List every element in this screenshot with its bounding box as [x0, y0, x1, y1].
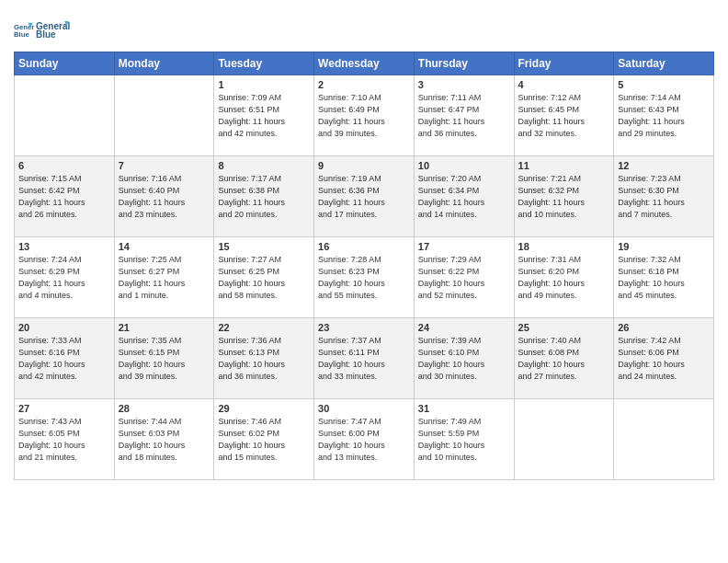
calendar-cell: 21Sunrise: 7:35 AM Sunset: 6:15 PM Dayli… — [114, 318, 214, 399]
day-info: Sunrise: 7:25 AM Sunset: 6:27 PM Dayligh… — [119, 254, 210, 302]
calendar-cell: 30Sunrise: 7:47 AM Sunset: 6:00 PM Dayli… — [314, 399, 415, 480]
header: General Blue General Blue — [14, 9, 714, 48]
calendar-cell: 23Sunrise: 7:37 AM Sunset: 6:11 PM Dayli… — [314, 318, 415, 399]
day-info: Sunrise: 7:17 AM Sunset: 6:38 PM Dayligh… — [218, 173, 310, 221]
day-info: Sunrise: 7:36 AM Sunset: 6:13 PM Dayligh… — [218, 335, 310, 383]
weekday-header-sunday: Sunday — [15, 52, 115, 75]
calendar-cell: 12Sunrise: 7:23 AM Sunset: 6:30 PM Dayli… — [614, 156, 714, 237]
day-info: Sunrise: 7:39 AM Sunset: 6:10 PM Dayligh… — [418, 335, 510, 383]
calendar-cell: 22Sunrise: 7:36 AM Sunset: 6:13 PM Dayli… — [214, 318, 314, 399]
calendar-cell: 6Sunrise: 7:15 AM Sunset: 6:42 PM Daylig… — [15, 156, 115, 237]
day-number: 14 — [119, 241, 210, 252]
day-number: 23 — [318, 322, 410, 333]
day-info: Sunrise: 7:43 AM Sunset: 6:05 PM Dayligh… — [18, 416, 110, 464]
day-number: 28 — [119, 403, 210, 414]
day-info: Sunrise: 7:37 AM Sunset: 6:11 PM Dayligh… — [318, 335, 410, 383]
calendar-cell — [514, 399, 614, 480]
day-number: 7 — [119, 160, 210, 171]
day-info: Sunrise: 7:15 AM Sunset: 6:42 PM Dayligh… — [18, 173, 110, 221]
day-number: 1 — [218, 79, 310, 90]
day-info: Sunrise: 7:32 AM Sunset: 6:18 PM Dayligh… — [618, 254, 710, 302]
day-number: 4 — [518, 79, 610, 90]
week-row-5: 27Sunrise: 7:43 AM Sunset: 6:05 PM Dayli… — [15, 399, 714, 480]
calendar-cell — [114, 75, 214, 156]
weekday-header-friday: Friday — [514, 52, 614, 75]
day-number: 12 — [618, 160, 710, 171]
day-info: Sunrise: 7:35 AM Sunset: 6:15 PM Dayligh… — [119, 335, 210, 383]
page-container: General Blue General Blue Sunda — [0, 0, 728, 488]
day-number: 10 — [418, 160, 510, 171]
day-info: Sunrise: 7:23 AM Sunset: 6:30 PM Dayligh… — [618, 173, 710, 221]
calendar-cell: 8Sunrise: 7:17 AM Sunset: 6:38 PM Daylig… — [214, 156, 314, 237]
day-info: Sunrise: 7:46 AM Sunset: 6:02 PM Dayligh… — [218, 416, 310, 464]
day-info: Sunrise: 7:49 AM Sunset: 5:59 PM Dayligh… — [418, 416, 510, 464]
calendar-cell: 7Sunrise: 7:16 AM Sunset: 6:40 PM Daylig… — [114, 156, 214, 237]
day-info: Sunrise: 7:33 AM Sunset: 6:16 PM Dayligh… — [18, 335, 110, 383]
calendar-cell: 26Sunrise: 7:42 AM Sunset: 6:06 PM Dayli… — [614, 318, 714, 399]
day-info: Sunrise: 7:27 AM Sunset: 6:25 PM Dayligh… — [218, 254, 310, 302]
day-number: 15 — [218, 241, 310, 252]
day-info: Sunrise: 7:16 AM Sunset: 6:40 PM Dayligh… — [119, 173, 210, 221]
day-info: Sunrise: 7:09 AM Sunset: 6:51 PM Dayligh… — [218, 92, 310, 140]
day-number: 29 — [218, 403, 310, 414]
day-number: 9 — [318, 160, 410, 171]
calendar-cell: 24Sunrise: 7:39 AM Sunset: 6:10 PM Dayli… — [414, 318, 514, 399]
calendar-cell: 11Sunrise: 7:21 AM Sunset: 6:32 PM Dayli… — [514, 156, 614, 237]
day-number: 6 — [18, 160, 110, 171]
weekday-header-tuesday: Tuesday — [214, 52, 314, 75]
day-info: Sunrise: 7:28 AM Sunset: 6:23 PM Dayligh… — [318, 254, 410, 302]
calendar-table: SundayMondayTuesdayWednesdayThursdayFrid… — [14, 52, 714, 480]
weekday-header-row: SundayMondayTuesdayWednesdayThursdayFrid… — [15, 52, 714, 75]
day-number: 2 — [318, 79, 410, 90]
calendar-cell: 9Sunrise: 7:19 AM Sunset: 6:36 PM Daylig… — [314, 156, 415, 237]
logo-icon: General Blue — [14, 20, 34, 40]
weekday-header-thursday: Thursday — [414, 52, 514, 75]
week-row-3: 13Sunrise: 7:24 AM Sunset: 6:29 PM Dayli… — [15, 237, 714, 318]
calendar-cell: 14Sunrise: 7:25 AM Sunset: 6:27 PM Dayli… — [114, 237, 214, 318]
day-info: Sunrise: 7:20 AM Sunset: 6:34 PM Dayligh… — [418, 173, 510, 221]
day-info: Sunrise: 7:21 AM Sunset: 6:32 PM Dayligh… — [518, 173, 610, 221]
day-number: 5 — [618, 79, 710, 90]
day-number: 16 — [318, 241, 410, 252]
calendar-cell: 3Sunrise: 7:11 AM Sunset: 6:47 PM Daylig… — [414, 75, 514, 156]
week-row-1: 1Sunrise: 7:09 AM Sunset: 6:51 PM Daylig… — [15, 75, 714, 156]
day-number: 11 — [518, 160, 610, 171]
day-number: 27 — [18, 403, 110, 414]
day-info: Sunrise: 7:31 AM Sunset: 6:20 PM Dayligh… — [518, 254, 610, 302]
day-info: Sunrise: 7:24 AM Sunset: 6:29 PM Dayligh… — [18, 254, 110, 302]
day-number: 20 — [18, 322, 110, 333]
week-row-2: 6Sunrise: 7:15 AM Sunset: 6:42 PM Daylig… — [15, 156, 714, 237]
calendar-cell: 19Sunrise: 7:32 AM Sunset: 6:18 PM Dayli… — [614, 237, 714, 318]
calendar-cell — [15, 75, 115, 156]
calendar-cell: 5Sunrise: 7:14 AM Sunset: 6:43 PM Daylig… — [614, 75, 714, 156]
weekday-header-saturday: Saturday — [614, 52, 714, 75]
day-info: Sunrise: 7:47 AM Sunset: 6:00 PM Dayligh… — [318, 416, 410, 464]
logo-svg: General Blue — [36, 13, 77, 48]
calendar-cell: 17Sunrise: 7:29 AM Sunset: 6:22 PM Dayli… — [414, 237, 514, 318]
calendar-cell — [614, 399, 714, 480]
calendar-cell: 31Sunrise: 7:49 AM Sunset: 5:59 PM Dayli… — [414, 399, 514, 480]
weekday-header-monday: Monday — [114, 52, 214, 75]
day-info: Sunrise: 7:40 AM Sunset: 6:08 PM Dayligh… — [518, 335, 610, 383]
calendar-cell: 29Sunrise: 7:46 AM Sunset: 6:02 PM Dayli… — [214, 399, 314, 480]
day-info: Sunrise: 7:29 AM Sunset: 6:22 PM Dayligh… — [418, 254, 510, 302]
day-number: 8 — [218, 160, 310, 171]
calendar-cell: 10Sunrise: 7:20 AM Sunset: 6:34 PM Dayli… — [414, 156, 514, 237]
calendar-cell: 25Sunrise: 7:40 AM Sunset: 6:08 PM Dayli… — [514, 318, 614, 399]
calendar-cell: 4Sunrise: 7:12 AM Sunset: 6:45 PM Daylig… — [514, 75, 614, 156]
day-info: Sunrise: 7:44 AM Sunset: 6:03 PM Dayligh… — [119, 416, 210, 464]
svg-text:Blue: Blue — [14, 30, 29, 39]
svg-text:Blue: Blue — [36, 29, 56, 40]
calendar-cell: 16Sunrise: 7:28 AM Sunset: 6:23 PM Dayli… — [314, 237, 415, 318]
calendar-cell: 28Sunrise: 7:44 AM Sunset: 6:03 PM Dayli… — [114, 399, 214, 480]
calendar-cell: 20Sunrise: 7:33 AM Sunset: 6:16 PM Dayli… — [15, 318, 115, 399]
day-number: 25 — [518, 322, 610, 333]
calendar-cell: 13Sunrise: 7:24 AM Sunset: 6:29 PM Dayli… — [15, 237, 115, 318]
day-number: 30 — [318, 403, 410, 414]
logo: General Blue General Blue — [14, 13, 77, 48]
day-number: 22 — [218, 322, 310, 333]
weekday-header-wednesday: Wednesday — [314, 52, 415, 75]
day-info: Sunrise: 7:10 AM Sunset: 6:49 PM Dayligh… — [318, 92, 410, 140]
day-number: 3 — [418, 79, 510, 90]
day-number: 19 — [618, 241, 710, 252]
